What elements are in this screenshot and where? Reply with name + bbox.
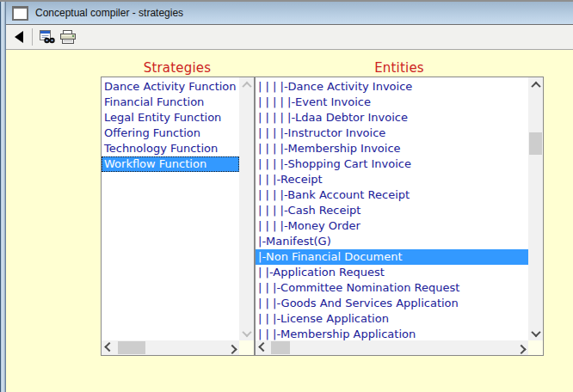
find-icon	[40, 30, 55, 45]
list-item[interactable]: | | | |-Dance Activity Invoice	[256, 79, 528, 95]
find-button[interactable]	[40, 27, 55, 47]
back-arrow-icon	[15, 31, 23, 43]
back-button[interactable]	[6, 27, 23, 47]
scrollbar-thumb[interactable]	[118, 341, 145, 354]
scroll-down-icon[interactable]	[239, 326, 254, 340]
list-item[interactable]: | |-Application Request	[256, 265, 528, 280]
strategies-list: Dance Activity FunctionFinancial Functio…	[102, 77, 239, 340]
scrollbar-corner	[528, 340, 543, 355]
list-item[interactable]: Technology Function	[102, 141, 239, 156]
entities-label: Entities	[255, 60, 544, 76]
strategies-listbox: Dance Activity FunctionFinancial Functio…	[101, 77, 255, 356]
app-window: Conceptual compiler - strategies	[0, 0, 573, 392]
scroll-left-icon[interactable]	[256, 340, 270, 355]
list-item[interactable]: Workflow Function	[102, 156, 239, 172]
list-item[interactable]: Offering Function	[102, 126, 239, 141]
list-item[interactable]: | | | | |-Ldaa Debtor Invoice	[256, 110, 528, 126]
entities-list: | | | |-Dance Activity Invoice| | | | |-…	[256, 77, 528, 340]
printer-icon	[59, 30, 77, 45]
list-item[interactable]: Legal Entity Function	[102, 110, 239, 126]
scroll-up-icon[interactable]	[528, 77, 543, 92]
strategies-label: Strategies	[101, 60, 254, 76]
list-item[interactable]: Financial Function	[102, 95, 239, 110]
strategies-vertical-scrollbar[interactable]	[239, 77, 254, 340]
scroll-right-icon[interactable]	[225, 340, 239, 355]
list-item[interactable]: | | |-License Application	[256, 311, 528, 327]
scroll-right-icon[interactable]	[514, 340, 528, 355]
window-title: Conceptual compiler - strategies	[35, 7, 183, 19]
client-area: Strategies Entities Dance Activity Funct…	[6, 50, 573, 392]
window-left-border	[0, 2, 6, 392]
scroll-down-icon[interactable]	[528, 326, 543, 340]
scrollbar-thumb[interactable]	[529, 132, 542, 155]
scroll-up-icon[interactable]	[239, 77, 254, 92]
list-item[interactable]: Dance Activity Function	[102, 79, 239, 95]
list-item[interactable]: | | | |-Membership Invoice	[256, 141, 528, 156]
scroll-left-icon[interactable]	[102, 340, 116, 355]
list-item[interactable]: | | | |-Bank Account Receipt	[256, 187, 528, 203]
list-item[interactable]: | | |-Committee Nomination Request	[256, 280, 528, 296]
list-item[interactable]: | | | | |-Event Invoice	[256, 95, 528, 110]
title-bar: Conceptual compiler - strategies	[6, 2, 573, 25]
entities-vertical-scrollbar[interactable]	[528, 77, 543, 340]
toolbar	[6, 25, 573, 50]
scrollbar-thumb[interactable]	[271, 341, 290, 354]
list-item[interactable]: | | |-Goods And Services Application	[256, 296, 528, 311]
window-system-icon[interactable]	[12, 6, 28, 21]
print-button[interactable]	[59, 27, 77, 47]
entities-listbox: | | | |-Dance Activity Invoice| | | | |-…	[255, 77, 544, 356]
strategies-horizontal-scrollbar[interactable]	[102, 340, 239, 355]
entities-horizontal-scrollbar[interactable]	[256, 340, 528, 355]
list-item[interactable]: |-Manifest(G)	[256, 234, 528, 249]
list-item[interactable]: | | | |-Money Order	[256, 218, 528, 234]
list-item[interactable]: | | | |-Instructor Invoice	[256, 126, 528, 141]
list-item[interactable]: |-Non Financial Document	[256, 249, 528, 265]
list-item[interactable]: | | |-Receipt	[256, 172, 528, 187]
scrollbar-corner	[239, 340, 254, 355]
list-item[interactable]: | | | |-Shopping Cart Invoice	[256, 156, 528, 172]
list-item[interactable]: | | | |-Cash Receipt	[256, 203, 528, 218]
toolbar-separator	[32, 28, 33, 46]
list-item[interactable]: | | |-Membership Application	[256, 327, 528, 340]
